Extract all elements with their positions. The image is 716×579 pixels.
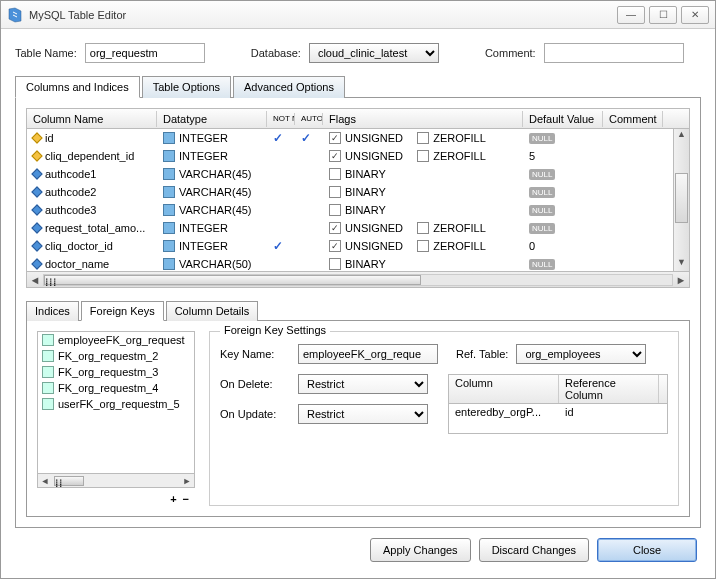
fk-remove-button[interactable]: − [183,493,195,505]
default-value[interactable]: NULL [523,168,603,181]
fk-scroll-thumb[interactable]: ⁞⁞ [54,476,84,486]
table-row[interactable]: idINTEGER✓✓✓UNSIGNED ZEROFILLNULL [27,129,673,147]
datatype-value: INTEGER [179,132,228,144]
apply-changes-button[interactable]: Apply Changes [370,538,471,562]
table-row[interactable]: request_total_amo...INTEGER✓UNSIGNED ZER… [27,219,673,237]
fk-add-button[interactable]: + [170,493,182,505]
subtab-foreign-keys[interactable]: Foreign Keys [81,301,164,321]
header-auto-inc[interactable]: AUTO INC [295,113,323,125]
table-row[interactable]: doctor_nameVARCHAR(50)BINARYNULL [27,255,673,271]
scroll-down-arrow[interactable]: ▼ [674,257,689,271]
column-name: cliq_dependent_id [45,150,134,162]
column-name: authcode1 [45,168,96,180]
fk-list[interactable]: employeeFK_org_requestFK_org_requestm_2F… [37,331,195,474]
flag-checkbox[interactable] [417,240,429,252]
header-comment[interactable]: Comment [603,111,663,127]
ref-table-select[interactable]: org_employees [516,344,646,364]
column-name: request_total_amo... [45,222,145,234]
default-value[interactable]: 5 [523,149,603,163]
default-value[interactable]: NULL [523,132,603,145]
flag-checkbox[interactable] [417,222,429,234]
vertical-scrollbar[interactable]: ▲ ▼ [673,129,689,271]
flag-checkbox[interactable] [329,204,341,216]
header-flags[interactable]: Flags [323,111,523,127]
scroll-up-arrow[interactable]: ▲ [674,129,689,143]
flag-checkbox[interactable]: ✓ [329,240,341,252]
flag-checkbox[interactable]: ✓ [329,132,341,144]
flag-checkbox[interactable] [417,132,429,144]
subtab-column-details[interactable]: Column Details [166,301,259,321]
table-row[interactable]: cliq_doctor_idINTEGER✓✓UNSIGNED ZEROFILL… [27,237,673,255]
hscroll-thumb[interactable]: ⁞⁞⁞ [44,275,421,285]
header-not-null[interactable]: NOT NULL [267,113,295,125]
default-value[interactable]: NULL [523,204,603,217]
null-badge: NULL [529,205,555,216]
column-icon [31,132,42,143]
scroll-thumb[interactable] [675,173,688,223]
ref-cell-refcol[interactable]: id [559,404,659,420]
fk-icon [42,366,54,378]
column-icon [31,168,42,179]
header-datatype[interactable]: Datatype [157,111,267,127]
scroll-left-arrow[interactable]: ◄ [27,274,43,286]
grid-body[interactable]: idINTEGER✓✓✓UNSIGNED ZEROFILLNULLcliq_de… [27,129,673,271]
fk-scroll-left[interactable]: ◄ [38,476,52,486]
ref-header-column[interactable]: Column [449,375,559,403]
maximize-button[interactable]: ☐ [649,6,677,24]
flag-label: UNSIGNED [345,222,403,234]
column-name: authcode3 [45,204,96,216]
fk-hscroll[interactable]: ◄ ⁞⁞ ► [37,474,195,488]
ref-columns-grid[interactable]: Column Reference Column enteredby_orgP..… [448,374,668,434]
ref-cell-column[interactable]: enteredby_orgP... [449,404,559,420]
table-row[interactable]: authcode2VARCHAR(45)BINARYNULL [27,183,673,201]
fk-list-item[interactable]: employeeFK_org_request [38,332,194,348]
scroll-right-arrow[interactable]: ► [673,274,689,286]
fk-settings: Foreign Key Settings Key Name: Ref. Tabl… [209,331,679,506]
check-icon: ✓ [273,134,283,142]
flag-label: BINARY [345,258,386,270]
header-column-name[interactable]: Column Name [27,111,157,127]
close-button[interactable]: Close [597,538,697,562]
flag-label: BINARY [345,168,386,180]
minimize-button[interactable]: — [617,6,645,24]
on-delete-select[interactable]: Restrict [298,374,428,394]
fk-scroll-right[interactable]: ► [180,476,194,486]
fk-list-item[interactable]: FK_org_requestm_3 [38,364,194,380]
tab-table-options[interactable]: Table Options [142,76,231,98]
flag-checkbox[interactable] [329,258,341,270]
close-window-button[interactable]: ✕ [681,6,709,24]
horizontal-scrollbar[interactable]: ◄ ⁞⁞⁞ ► [27,271,689,287]
default-value[interactable]: NULL [523,186,603,199]
ref-header-refcol[interactable]: Reference Column [559,375,659,403]
datatype-value: VARCHAR(50) [179,258,252,270]
fk-list-item[interactable]: FK_org_requestm_2 [38,348,194,364]
flag-checkbox[interactable] [329,168,341,180]
discard-changes-button[interactable]: Discard Changes [479,538,589,562]
table-row[interactable]: cliq_dependent_idINTEGER✓UNSIGNED ZEROFI… [27,147,673,165]
flag-checkbox[interactable] [417,150,429,162]
database-select[interactable]: cloud_clinic_latest [309,43,439,63]
default-value[interactable]: NULL [523,258,603,271]
key-name-input[interactable] [298,344,438,364]
table-row[interactable]: authcode3VARCHAR(45)BINARYNULL [27,201,673,219]
tab-advanced-options[interactable]: Advanced Options [233,76,345,98]
default-value[interactable]: 0 [523,239,603,253]
flag-checkbox[interactable] [329,186,341,198]
default-value[interactable]: NULL [523,222,603,235]
comment-input[interactable] [544,43,684,63]
table-row[interactable]: authcode1VARCHAR(45)BINARYNULL [27,165,673,183]
header-default[interactable]: Default Value [523,111,603,127]
fk-list-item[interactable]: userFK_org_requestm_5 [38,396,194,412]
fk-icon [42,382,54,394]
datatype-icon [163,258,175,270]
flag-checkbox[interactable]: ✓ [329,150,341,162]
main-tabs: Columns and Indices Table Options Advanc… [15,75,701,98]
on-update-select[interactable]: Restrict [298,404,428,424]
fk-list-item[interactable]: FK_org_requestm_4 [38,380,194,396]
table-name-input[interactable] [85,43,205,63]
foreign-keys-panel: employeeFK_org_requestFK_org_requestm_2F… [26,320,690,517]
tab-columns-indices[interactable]: Columns and Indices [15,76,140,98]
datatype-icon [163,204,175,216]
subtab-indices[interactable]: Indices [26,301,79,321]
flag-checkbox[interactable]: ✓ [329,222,341,234]
